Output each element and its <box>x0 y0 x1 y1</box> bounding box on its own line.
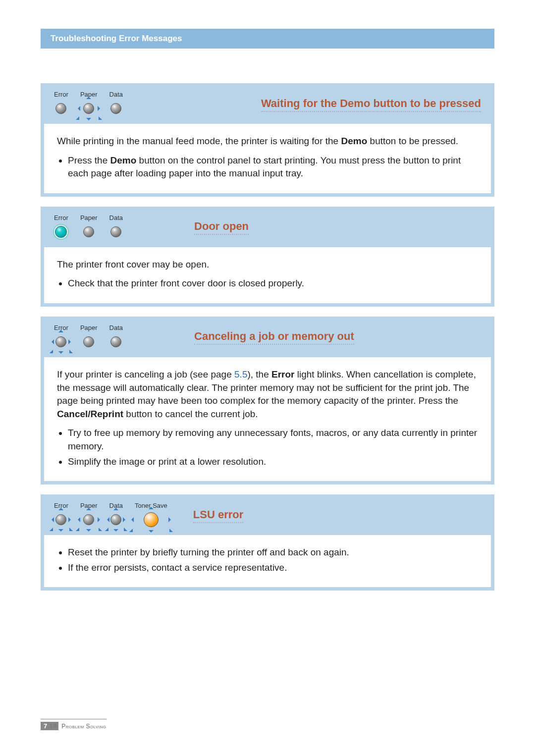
text-bold: Demo <box>341 136 367 146</box>
text-bold: Cancel/Reprint <box>57 409 123 419</box>
section-head: Error Paper Data Canceling a job or m <box>41 317 494 354</box>
section-head: Error Paper Data Door open <box>41 207 494 244</box>
led-toner-icon <box>144 512 159 527</box>
text-bold: Demo <box>110 155 137 165</box>
led-panel: Error Paper Data <box>54 324 135 351</box>
section-body: The printer front cover may be open. Che… <box>44 247 491 303</box>
footer-section-title: Problem Solving <box>61 723 106 730</box>
led-panel: Error Paper Data <box>54 502 179 529</box>
led-paper: Paper <box>80 324 98 351</box>
led-error: Error <box>54 214 68 241</box>
led-data: Data <box>109 214 123 241</box>
led-label-paper: Paper <box>80 91 98 98</box>
led-label-toner-save: Toner Save <box>135 502 167 509</box>
bullet-list: Try to free up memory by removing any un… <box>57 427 478 468</box>
led-label-data: Data <box>109 91 123 98</box>
section-head: Error Paper Data Waiting for the Demo <box>41 84 494 121</box>
led-label-error: Error <box>54 214 68 221</box>
page-number-badge: 7.18 <box>41 722 58 730</box>
led-label-data: Data <box>109 502 123 509</box>
led-icon <box>83 226 94 237</box>
section-title: LSU error <box>193 508 243 523</box>
led-icon <box>55 103 66 114</box>
text: ), the <box>247 369 271 379</box>
led-panel: Error Paper Data <box>54 214 135 241</box>
led-data: Data <box>109 324 123 351</box>
error-section-canceling-job: Error Paper Data Canceling a job or m <box>41 317 494 485</box>
led-on-icon <box>55 226 67 238</box>
section-body: If your printer is canceling a job (see … <box>44 357 491 481</box>
led-label-data: Data <box>109 214 123 221</box>
body-text: If your printer is canceling a job (see … <box>57 368 478 421</box>
error-section-lsu-error: Error Paper Data <box>41 494 494 591</box>
led-panel: Error Paper Data <box>54 91 135 118</box>
led-error: Error <box>54 502 68 529</box>
section-title: Waiting for the Demo button to be presse… <box>261 97 481 112</box>
list-item: If the error persists, contact a service… <box>68 561 478 575</box>
page-footer: 7.18 Problem Solving <box>41 719 107 730</box>
chapter-number: 7 <box>44 722 48 730</box>
bullet-list: Reset the printer by briefly turning the… <box>57 546 478 574</box>
led-label-error: Error <box>54 324 68 331</box>
led-paper: Paper <box>80 502 98 529</box>
led-data: Data <box>109 502 123 529</box>
list-item: Reset the printer by briefly turning the… <box>68 546 478 559</box>
led-label-paper: Paper <box>80 324 98 331</box>
led-label-error: Error <box>54 502 68 509</box>
section-body: While printing in the manual feed mode, … <box>44 124 491 193</box>
led-icon <box>110 226 121 237</box>
led-error: Error <box>54 91 68 118</box>
led-label-data: Data <box>109 324 123 331</box>
led-toner-save: Toner Save <box>135 502 167 529</box>
led-label-paper: Paper <box>80 502 98 509</box>
led-icon <box>55 514 66 525</box>
led-paper: Paper <box>80 214 98 241</box>
error-section-waiting-demo: Error Paper Data Waiting for the Demo <box>41 83 494 197</box>
list-item: Check that the printer front cover door … <box>68 277 478 290</box>
section-head: Error Paper Data <box>41 495 494 532</box>
page-header: Troubleshooting Error Messages <box>41 29 494 49</box>
text: If your printer is canceling a job (see … <box>57 369 234 379</box>
list-item: Try to free up memory by removing any un… <box>68 427 478 453</box>
led-error: Error <box>54 324 68 351</box>
page-number: .18 <box>48 722 57 730</box>
bullet-list: Press the Demo button on the control pan… <box>57 154 478 180</box>
text: While printing in the manual feed mode, … <box>57 136 341 146</box>
list-item: Simplify the image or print at a lower r… <box>68 455 478 469</box>
text: button to cancel the current job. <box>123 409 258 419</box>
led-label-error: Error <box>54 91 68 98</box>
text-bold: Error <box>271 369 294 379</box>
led-icon <box>110 103 121 114</box>
led-paper: Paper <box>80 91 98 118</box>
led-data: Data <box>109 91 123 118</box>
led-icon <box>83 103 94 114</box>
page-header-title: Troubleshooting Error Messages <box>51 34 182 43</box>
text: button to be pressed. <box>367 136 458 146</box>
led-icon <box>110 514 121 525</box>
body-text: The printer front cover may be open. <box>57 258 478 271</box>
section-title: Door open <box>194 220 249 235</box>
content-area: Error Paper Data Waiting for the Demo <box>41 83 494 600</box>
led-icon <box>83 514 94 525</box>
text: Press the <box>68 155 110 165</box>
error-section-door-open: Error Paper Data Door open The printer f… <box>41 207 494 307</box>
led-icon <box>110 336 121 347</box>
bullet-list: Check that the printer front cover door … <box>57 277 478 290</box>
led-icon <box>83 336 94 347</box>
led-icon <box>55 336 66 347</box>
section-body: Reset the printer by briefly turning the… <box>44 535 491 587</box>
list-item: Press the Demo button on the control pan… <box>68 154 478 180</box>
led-label-paper: Paper <box>80 214 98 221</box>
body-text: While printing in the manual feed mode, … <box>57 135 478 148</box>
page-ref-link[interactable]: 5.5 <box>234 369 247 379</box>
section-title: Canceling a job or memory out <box>194 330 354 345</box>
